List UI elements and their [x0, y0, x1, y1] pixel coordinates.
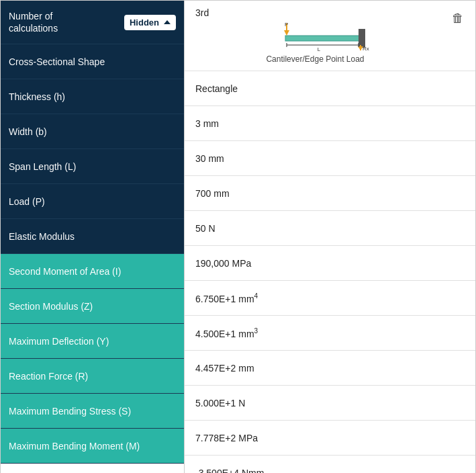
right-row-9: 4.457E+2 mm: [185, 351, 475, 386]
left-row-4: Span Length (L): [1, 149, 184, 184]
left-row-label-7: Second Moment of Area (I): [9, 265, 121, 277]
left-row-label-9: Maximum Deflection (Y): [9, 335, 109, 347]
svg-rect-0: [285, 36, 359, 41]
chevron-up-icon: [164, 20, 171, 24]
right-value-5: 50 N: [195, 223, 216, 234]
right-row-8: 4.500E+1 mm3: [185, 316, 475, 351]
right-row-7: 6.750E+1 mm4: [185, 281, 475, 316]
left-row-3: Width (b): [1, 114, 184, 149]
left-row-10: Reaction Force (R): [1, 359, 184, 394]
right-header-row: 3rd P: [185, 1, 475, 71]
calculation-number: 3rd: [195, 7, 209, 18]
calculations-label: Number of calculations: [9, 10, 58, 34]
hidden-badge[interactable]: Hidden: [124, 15, 176, 30]
hidden-badge-label: Hidden: [130, 17, 159, 28]
left-row-label-3: Width (b): [9, 126, 47, 138]
left-row-12: Maximum Bending Moment (M): [1, 429, 184, 464]
right-column: 3rd P: [184, 1, 475, 473]
left-column: Number of calculations Hidden Cross-Sect…: [1, 1, 184, 473]
right-row-6: 190,000 MPa: [185, 246, 475, 281]
left-row-6: Elastic Modulus: [1, 219, 184, 254]
left-row-label-1: Cross-Sectional Shape: [9, 56, 105, 68]
right-row-4: 700 mm: [185, 176, 475, 211]
right-value-11: 7.778E+2 MPa: [195, 433, 258, 443]
right-rows: Rectangle3 mm30 mm700 mm50 N190,000 MPa6…: [185, 71, 475, 473]
beam-diagram: P Rx L: [262, 21, 369, 53]
left-row-8: Section Modulus (Z): [1, 289, 184, 324]
right-value-8: 4.500E+1 mm3: [195, 327, 258, 339]
right-value-4: 700 mm: [195, 188, 230, 199]
left-row-label-4: Span Length (L): [9, 161, 76, 173]
right-row-3: 30 mm: [185, 141, 475, 176]
right-row-2: 3 mm: [185, 106, 475, 141]
svg-text:Rx: Rx: [363, 46, 369, 52]
header-row: Number of calculations Hidden: [1, 1, 184, 44]
left-row-label-8: Section Modulus (Z): [9, 300, 93, 312]
left-row-label-5: Load (P): [9, 196, 45, 208]
right-row-10: 5.000E+1 N: [185, 386, 475, 421]
right-value-12: -3.500E+4 Nmm: [195, 468, 264, 474]
right-value-1: Rectangle: [195, 83, 238, 94]
left-row-7: Second Moment of Area (I): [1, 254, 184, 289]
right-value-9: 4.457E+2 mm: [195, 363, 254, 374]
left-row-label-11: Maximum Bending Stress (S): [9, 405, 131, 417]
left-rows: Cross-Sectional ShapeThickness (h)Width …: [1, 44, 184, 464]
right-header-inner: 3rd P: [185, 1, 446, 71]
right-row-5: 50 N: [185, 211, 475, 246]
left-row-1: Cross-Sectional Shape: [1, 44, 184, 79]
left-row-label-10: Reaction Force (R): [9, 370, 88, 382]
left-row-label-12: Maximum Bending Moment (M): [9, 440, 140, 452]
right-value-10: 5.000E+1 N: [195, 398, 245, 408]
left-row-11: Maximum Bending Stress (S): [1, 394, 184, 429]
svg-marker-7: [284, 30, 289, 36]
right-value-6: 190,000 MPa: [195, 258, 251, 269]
left-row-label-2: Thickness (h): [9, 91, 65, 103]
right-row-12: -3.500E+4 Nmm: [185, 456, 475, 473]
right-value-3: 30 mm: [195, 153, 224, 164]
right-value-2: 3 mm: [195, 118, 219, 129]
diagram-caption: Cantilever/Edge Point Load: [266, 54, 364, 64]
left-row-9: Maximum Deflection (Y): [1, 324, 184, 359]
main-container: Number of calculations Hidden Cross-Sect…: [0, 0, 476, 473]
left-row-2: Thickness (h): [1, 79, 184, 114]
left-row-5: Load (P): [1, 184, 184, 219]
right-row-11: 7.778E+2 MPa: [185, 421, 475, 456]
svg-text:L: L: [317, 46, 320, 52]
right-row-1: Rectangle: [185, 71, 475, 106]
right-value-7: 6.750E+1 mm4: [195, 292, 258, 304]
left-row-label-6: Elastic Modulus: [9, 230, 75, 243]
svg-text:P: P: [285, 22, 288, 28]
delete-button[interactable]: 🗑: [446, 6, 470, 30]
